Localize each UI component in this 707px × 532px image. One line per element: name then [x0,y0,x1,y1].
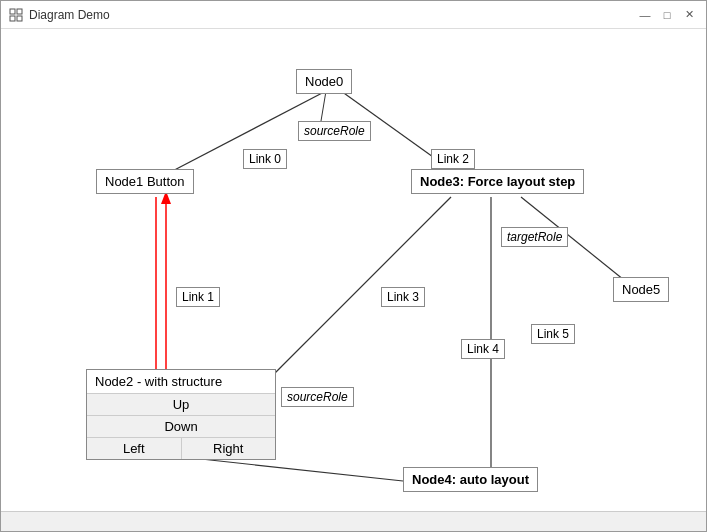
title-bar: Diagram Demo — □ ✕ [1,1,706,29]
link5-label: Link 5 [531,324,575,344]
window-controls: — □ ✕ [636,6,698,24]
node2: Node2 - with structure Up Down Left Righ… [86,369,276,460]
main-window: Diagram Demo — □ ✕ [0,0,707,532]
target-role-1: targetRole [501,227,568,247]
node5[interactable]: Node5 [613,277,669,302]
node0-label: Node0 [305,74,343,89]
close-button[interactable]: ✕ [680,6,698,24]
source-role-2: sourceRole [281,387,354,407]
window-title: Diagram Demo [29,8,110,22]
svg-rect-2 [10,16,15,21]
link3-label: Link 3 [381,287,425,307]
title-bar-left: Diagram Demo [9,8,110,22]
status-bar [1,511,706,531]
node1[interactable]: Node1 Button [96,169,194,194]
svg-line-15 [201,459,403,481]
node3[interactable]: Node3: Force layout step [411,169,584,194]
diagram-canvas: Node0 Node1 Button Node3: Force layout s… [1,29,706,511]
node0[interactable]: Node0 [296,69,352,94]
node2-right-button[interactable]: Right [182,438,276,459]
link4-label: Link 4 [461,339,505,359]
svg-rect-0 [10,9,15,14]
node4-label: Node4: auto layout [412,472,529,487]
node1-label: Node1 Button [105,174,185,189]
link1-label: Link 1 [176,287,220,307]
node5-label: Node5 [622,282,660,297]
svg-rect-1 [17,9,22,14]
node2-left-button[interactable]: Left [87,438,182,459]
minimize-button[interactable]: — [636,6,654,24]
svg-rect-3 [17,16,22,21]
node4[interactable]: Node4: auto layout [403,467,538,492]
node2-lr-row: Left Right [87,438,275,459]
source-role-1: sourceRole [298,121,371,141]
link2-label: Link 2 [431,149,475,169]
maximize-button[interactable]: □ [658,6,676,24]
app-icon [9,8,23,22]
link0-label: Link 0 [243,149,287,169]
svg-line-16 [321,91,326,121]
node2-down-button[interactable]: Down [87,416,275,438]
node2-title: Node2 - with structure [87,370,275,394]
node2-up-button[interactable]: Up [87,394,275,416]
node3-label: Node3: Force layout step [420,174,575,189]
